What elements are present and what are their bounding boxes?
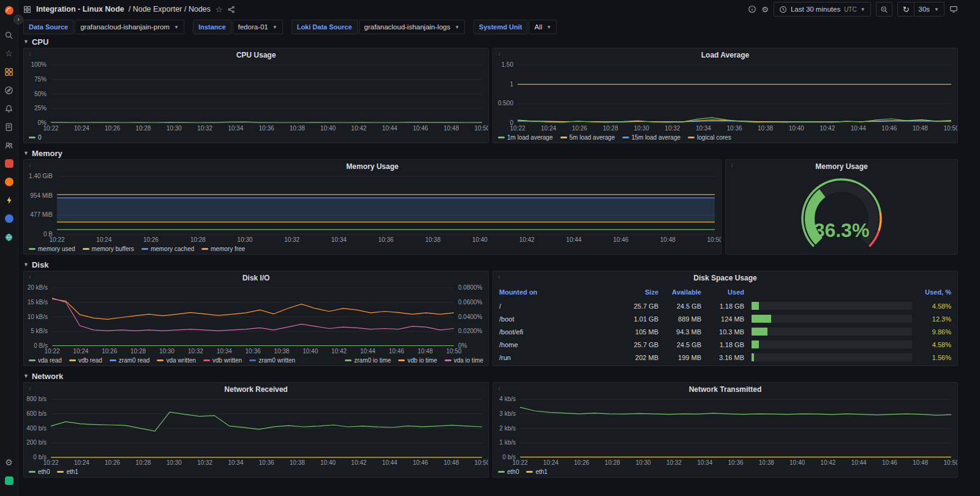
legend-item[interactable]: vda written bbox=[157, 357, 195, 364]
legend-item[interactable]: memory used bbox=[29, 246, 75, 252]
legend-item[interactable]: memory buffers bbox=[83, 246, 134, 252]
memory-usage-gauge[interactable]: 36.3% bbox=[726, 173, 957, 254]
plugin-oncall-icon[interactable] bbox=[2, 175, 16, 189]
legend-item[interactable]: zram0 read bbox=[110, 357, 150, 364]
legend-item[interactable]: vdb written bbox=[203, 357, 242, 364]
panel-title[interactable]: Disk Space Usage bbox=[693, 274, 756, 282]
panel-info-icon[interactable]: i bbox=[496, 385, 503, 392]
sidebar-expand-button[interactable]: › bbox=[13, 15, 23, 24]
legend-item[interactable]: 0 bbox=[29, 134, 42, 141]
panel-info-icon[interactable]: i bbox=[496, 273, 503, 280]
cloud-portal-icon[interactable] bbox=[2, 474, 16, 487]
breadcrumb-folder[interactable]: Integration - Linux Node bbox=[36, 5, 124, 13]
table-row[interactable]: /25.7 GB24.5 GB1.18 GB4.58% bbox=[499, 299, 951, 312]
section-row-disk[interactable]: ▼Disk bbox=[23, 258, 958, 271]
legend-item[interactable]: eth1 bbox=[526, 468, 547, 475]
refresh-interval-label[interactable]: 30s bbox=[919, 6, 930, 13]
legend-item[interactable]: vdb io time bbox=[398, 357, 437, 364]
starred-icon[interactable]: ☆ bbox=[2, 47, 16, 60]
legend-item[interactable]: vdb read bbox=[69, 357, 102, 364]
legend-item[interactable]: eth1 bbox=[57, 468, 78, 475]
dashboards-icon[interactable] bbox=[2, 65, 16, 78]
panel-title[interactable]: Load Average bbox=[701, 51, 749, 59]
alerting-bell-icon[interactable] bbox=[2, 102, 16, 115]
filter-instance-dropdown[interactable]: fedora-01▼ bbox=[233, 20, 283, 34]
cell-mounted-on[interactable]: /home bbox=[499, 341, 616, 348]
col-header-mounted-on[interactable]: Mounted on bbox=[499, 288, 616, 296]
panel-title[interactable]: CPU Usage bbox=[236, 51, 276, 59]
legend-item[interactable]: memory free bbox=[202, 246, 245, 252]
col-header-size[interactable]: Size bbox=[616, 288, 658, 296]
load-average-chart[interactable]: 1.5010.500010:2210:2410:2610:2810:3010:3… bbox=[493, 62, 957, 132]
panel-title[interactable]: Network Received bbox=[224, 385, 287, 394]
users-icon[interactable] bbox=[2, 138, 16, 152]
table-row[interactable]: /home25.7 GB24.5 GB1.18 GB4.58% bbox=[499, 338, 951, 351]
table-row[interactable]: /boot1.01 GB889 MB124 MB12.3% bbox=[499, 312, 951, 325]
plugin-globe-icon[interactable] bbox=[2, 230, 16, 244]
panel-info-icon[interactable]: i bbox=[496, 50, 503, 58]
legend-item[interactable]: zram0 written bbox=[249, 357, 295, 364]
plugin-bolt-icon[interactable] bbox=[2, 194, 16, 207]
info-icon[interactable] bbox=[748, 5, 756, 13]
legend-item[interactable]: 5m load average bbox=[560, 134, 616, 141]
legend-item[interactable]: zram0 io time bbox=[345, 357, 391, 364]
cell-mounted-on[interactable]: /run bbox=[499, 354, 616, 361]
table-row[interactable]: /tmp526 MB461 MB44.0 MB8.37% bbox=[499, 364, 951, 366]
network-transmitted-chart[interactable]: 4 kb/s3 kb/s2 kb/s1 kb/s0 b/s10:2210:241… bbox=[493, 396, 957, 466]
disk-io-chart[interactable]: 20 kB/s0.0800%15 kB/s0.0600%10 kB/s0.040… bbox=[24, 285, 488, 355]
filter-systemd-dropdown[interactable]: All▼ bbox=[529, 20, 557, 34]
legend-item[interactable]: memory cached bbox=[141, 246, 194, 252]
panel-info-icon[interactable]: i bbox=[728, 162, 736, 169]
legend-item[interactable]: 15m load average bbox=[622, 134, 680, 141]
dashboard-grid-icon[interactable] bbox=[23, 6, 31, 13]
search-icon[interactable] bbox=[2, 28, 16, 42]
panel-title[interactable]: Disk I/O bbox=[243, 274, 270, 282]
legend-item[interactable]: vda read bbox=[29, 357, 62, 364]
kiosk-monitor-icon[interactable] bbox=[949, 5, 958, 13]
breadcrumb[interactable]: Integration - Linux Node / Node Exporter… bbox=[36, 5, 211, 13]
panel-title[interactable]: Network Transmitted bbox=[689, 385, 762, 394]
chevron-down-icon: ▼ bbox=[546, 24, 551, 30]
panel-info-icon[interactable]: i bbox=[26, 50, 34, 58]
panel-info-icon[interactable]: i bbox=[26, 273, 34, 280]
time-range-picker[interactable]: Last 30 minutes UTC ▼ bbox=[774, 2, 871, 17]
section-row-network[interactable]: ▼Network bbox=[23, 370, 958, 382]
share-icon[interactable] bbox=[227, 6, 235, 13]
settings-gear-icon[interactable]: ⚙ bbox=[2, 456, 16, 469]
legend-item[interactable]: logical cores bbox=[688, 134, 731, 141]
plugin-incident-icon[interactable] bbox=[2, 157, 16, 170]
cell-mounted-on[interactable]: /boot/efi bbox=[499, 328, 616, 336]
filter-loki-dropdown[interactable]: grafanacloud-ishanjain-logs▼ bbox=[359, 20, 466, 34]
memory-usage-chart[interactable]: 1.40 GiB954 MiB477 MiB0 B10:2210:2410:26… bbox=[24, 173, 721, 243]
zoom-out-button[interactable] bbox=[876, 2, 892, 17]
cpu-usage-chart[interactable]: 100%75%50%25%0%10:2210:2410:2610:2810:30… bbox=[24, 62, 488, 132]
legend-item[interactable]: 1m load average bbox=[498, 134, 553, 141]
grafana-logo[interactable] bbox=[2, 4, 16, 17]
legend-item[interactable]: eth0 bbox=[498, 468, 519, 475]
panel-info-icon[interactable]: i bbox=[26, 385, 34, 392]
section-row-cpu[interactable]: ▼CPU bbox=[23, 36, 958, 48]
panel-title[interactable]: Memory Usage bbox=[815, 162, 867, 171]
table-row[interactable]: /boot/efi105 MB94.3 MB10.3 MB9.86% bbox=[499, 325, 951, 338]
dashboard-settings-icon[interactable]: ⚙ bbox=[761, 5, 769, 14]
plugin-synthetics-icon[interactable] bbox=[2, 212, 16, 225]
col-header-used[interactable]: Used bbox=[701, 288, 744, 296]
section-row-memory[interactable]: ▼Memory bbox=[23, 147, 958, 159]
legend-item[interactable]: vda io time bbox=[445, 357, 483, 364]
col-header-used-pct[interactable]: Used, % bbox=[919, 288, 951, 296]
explore-compass-icon[interactable] bbox=[2, 83, 16, 97]
panel-title[interactable]: Memory Usage bbox=[346, 162, 398, 171]
network-received-chart[interactable]: 800 b/s600 b/s400 b/s200 b/s0 b/s10:2210… bbox=[24, 396, 488, 466]
cell-mounted-on[interactable]: /boot bbox=[499, 315, 616, 323]
cell-mounted-on[interactable]: / bbox=[499, 302, 616, 310]
panel-info-icon[interactable]: i bbox=[26, 162, 34, 169]
filter-datasource-dropdown[interactable]: grafanacloud-ishanjain-prom▼ bbox=[75, 20, 184, 34]
star-dashboard-icon[interactable]: ☆ bbox=[216, 5, 223, 14]
refresh-icon[interactable]: ↻ bbox=[903, 5, 910, 14]
logs-doc-icon[interactable] bbox=[2, 120, 16, 133]
table-row[interactable]: /run202 MB199 MB3.16 MB1.56% bbox=[499, 351, 951, 364]
col-header-available[interactable]: Available bbox=[658, 288, 701, 296]
breadcrumb-dashboard[interactable]: / Node Exporter / Nodes bbox=[129, 5, 211, 13]
legend-item[interactable]: eth0 bbox=[29, 468, 50, 475]
refresh-button[interactable]: ↻ 30s ▼ bbox=[897, 2, 944, 17]
